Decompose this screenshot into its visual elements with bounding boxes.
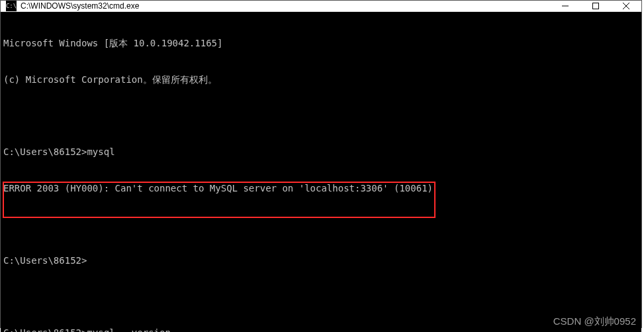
cmd-icon: C:\ [6,1,17,11]
window-title: C:\WINDOWS\system32\cmd.exe [21,1,139,11]
terminal-line [3,110,639,122]
watermark: CSDN @刘帅0952 [553,315,636,328]
svg-rect-1 [593,3,599,9]
terminal-line: C:\Users\86152> [3,254,639,266]
minimize-button[interactable] [550,1,580,11]
terminal-line: ERROR 2003 (HY000): Can't connect to MyS… [3,182,639,194]
terminal-line [3,218,639,230]
maximize-button[interactable] [580,1,611,11]
close-button[interactable] [611,1,641,11]
cmd-window: C:\ C:\WINDOWS\system32\cmd.exe Microsof… [0,0,642,328]
terminal-line: (c) Microsoft Corporation。保留所有权利。 [3,74,639,85]
terminal-line [3,290,639,302]
window-controls [550,1,641,11]
terminal-line: Microsoft Windows [版本 10.0.19042.1165] [3,37,639,49]
titlebar[interactable]: C:\ C:\WINDOWS\system32\cmd.exe [1,1,641,12]
terminal-line: C:\Users\86152>mysql --version [3,327,639,332]
terminal-line: C:\Users\86152>mysql [3,146,639,158]
terminal-output[interactable]: Microsoft Windows [版本 10.0.19042.1165] (… [1,12,641,332]
